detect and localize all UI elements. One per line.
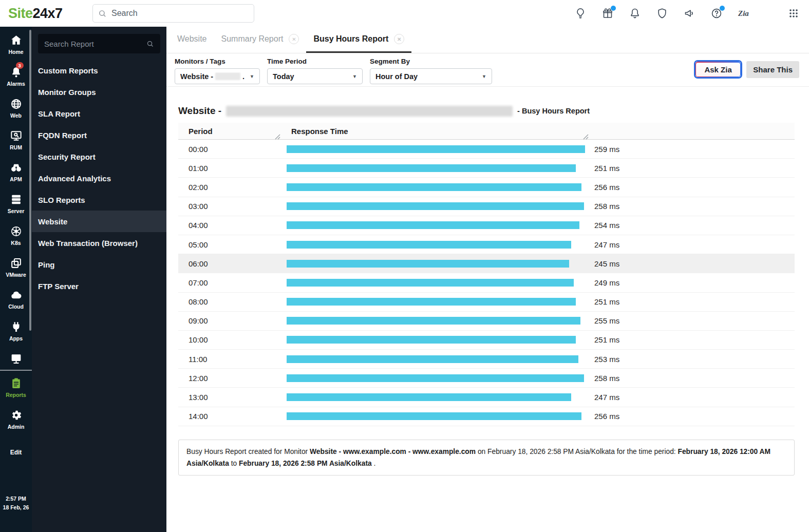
sidebar-item-website[interactable]: Website — [32, 211, 166, 232]
nav-rail-item-server[interactable]: Server — [0, 193, 32, 214]
sidebar-item-web-transaction-browser-[interactable]: Web Transaction (Browser) — [32, 232, 166, 254]
nav-rail-item-web[interactable]: Web — [0, 98, 32, 119]
response-time-bar-track — [287, 279, 594, 287]
response-time-bar-track — [287, 393, 594, 401]
report-search-input[interactable] — [44, 40, 146, 48]
zia-icon[interactable]: Zia — [738, 7, 750, 20]
tab-busy-hours-report[interactable]: Busy Hours Report✕ — [306, 27, 411, 53]
site24x7-logo[interactable]: Site24x7 — [8, 6, 63, 22]
response-time-value: 247 ms — [594, 393, 795, 402]
column-header-response-time[interactable]: Response Time — [287, 127, 594, 136]
alarm-count-badge: 3 — [16, 62, 24, 69]
clipboard-icon — [10, 377, 23, 390]
kubernetes-icon — [10, 225, 23, 238]
edit-button[interactable]: Edit — [10, 449, 22, 456]
table-row[interactable]: 08:00251 ms — [178, 293, 795, 312]
nav-rail: Home3AlarmsWebRUMAPMServerK8sVMwareCloud… — [0, 27, 32, 532]
nav-rail-item-home[interactable]: Home — [0, 34, 32, 55]
period-cell: 00:00 — [178, 145, 287, 154]
table-row[interactable]: 01:00251 ms — [178, 159, 795, 178]
response-time-bar-track — [287, 336, 594, 344]
response-time-bar-track — [287, 241, 594, 249]
monitors-filter-label: Monitors / Tags — [175, 58, 260, 65]
sidebar-item-security-report[interactable]: Security Report — [32, 146, 166, 167]
close-icon[interactable]: ✕ — [394, 34, 404, 44]
sidebar-item-advanced-analytics[interactable]: Advanced Analytics — [32, 167, 166, 189]
help-icon[interactable] — [710, 7, 723, 20]
response-time-value: 255 ms — [594, 316, 795, 325]
time-period-dropdown[interactable]: Today ▼ — [267, 68, 363, 84]
nav-rail-item-label: Cloud — [8, 303, 24, 310]
gift-icon[interactable] — [601, 7, 614, 20]
table-row[interactable]: 04:00254 ms — [178, 216, 795, 235]
global-search-input[interactable] — [111, 9, 240, 18]
tab-website[interactable]: Website — [170, 27, 214, 53]
report-search[interactable] — [38, 34, 160, 53]
column-resize-icon[interactable] — [583, 132, 589, 138]
table-row[interactable]: 05:00247 ms — [178, 235, 795, 254]
apps-grid-icon[interactable] — [787, 7, 800, 20]
ask-zia-button[interactable]: Ask Zia — [696, 63, 740, 77]
monitors-dropdown[interactable]: Website -. ▼ — [175, 68, 260, 84]
nav-rail-item-label: Server — [8, 208, 25, 214]
table-row[interactable]: 14:00256 ms — [178, 407, 795, 426]
global-search[interactable] — [92, 4, 254, 23]
segment-by-dropdown[interactable]: Hour of Day ▼ — [370, 68, 492, 84]
nav-rail-item-label: Home — [8, 49, 23, 55]
busy-hours-table: Period Response Time 00:00259 ms01:00251… — [178, 123, 795, 426]
nav-rail-item-reports[interactable]: Reports — [0, 377, 32, 398]
nav-rail-item-apm[interactable]: APM — [0, 161, 32, 182]
sidebar-scrollbar[interactable] — [29, 30, 31, 331]
period-cell: 09:00 — [178, 316, 287, 325]
table-row[interactable]: 12:00258 ms — [178, 369, 795, 388]
nav-rail-item-vmware[interactable]: VMware — [0, 257, 32, 278]
tab-label: Website — [177, 34, 207, 44]
nav-rail-item-admin[interactable]: Admin — [0, 409, 32, 430]
table-row[interactable]: 00:00259 ms — [178, 140, 795, 159]
response-time-bar-track — [287, 202, 594, 210]
sidebar-item-custom-reports[interactable]: Custom Reports — [32, 60, 166, 81]
column-resize-icon[interactable] — [275, 132, 280, 138]
ask-zia-highlight-box: Ask Zia — [694, 60, 742, 79]
sidebar-item-monitor-groups[interactable]: Monitor Groups — [32, 81, 166, 103]
response-time-value: 249 ms — [594, 278, 795, 287]
response-time-bar — [287, 183, 581, 191]
nav-rail-item-rum[interactable]: RUM — [0, 129, 32, 150]
nav-rail-item-hidden[interactable] — [0, 352, 32, 366]
sidebar-item-ftp-server[interactable]: FTP Server — [32, 275, 166, 297]
redacted-text — [226, 106, 513, 117]
table-row[interactable]: 03:00258 ms — [178, 197, 795, 216]
table-row[interactable]: 13:00247 ms — [178, 388, 795, 407]
sidebar-item-slo-reports[interactable]: SLO Reports — [32, 189, 166, 211]
period-cell: 07:00 — [178, 278, 287, 287]
nav-rail-item-k8s[interactable]: K8s — [0, 225, 32, 246]
nav-rail-divider — [0, 370, 32, 371]
response-time-bar-track — [287, 260, 594, 268]
nav-rail-item-label: APM — [10, 176, 22, 182]
table-row[interactable]: 09:00255 ms — [178, 312, 795, 331]
column-header-period[interactable]: Period — [178, 127, 287, 136]
chevron-down-icon: ▼ — [352, 74, 357, 79]
nav-rail-item-apps[interactable]: Apps — [0, 320, 32, 341]
table-row[interactable]: 07:00249 ms — [178, 273, 795, 292]
shield-icon[interactable] — [656, 7, 668, 20]
response-time-value: 253 ms — [594, 355, 795, 364]
sidebar-item-sla-report[interactable]: SLA Report — [32, 103, 166, 124]
sidebar-item-fqdn-report[interactable]: FQDN Report — [32, 124, 166, 146]
table-row[interactable]: 10:00251 ms — [178, 331, 795, 350]
tab-summary-report[interactable]: Summary Report✕ — [214, 27, 307, 53]
table-row[interactable]: 02:00256 ms — [178, 178, 795, 197]
share-this-button[interactable]: Share This — [746, 61, 799, 78]
table-row[interactable]: 11:00253 ms — [178, 350, 795, 369]
table-row[interactable]: 06:00245 ms — [178, 254, 795, 273]
close-icon[interactable]: ✕ — [289, 34, 299, 44]
bell-icon[interactable] — [629, 7, 641, 20]
megaphone-icon[interactable] — [683, 7, 695, 20]
report-title: Website - - Busy Hours Report — [178, 105, 809, 117]
response-time-bar — [287, 221, 579, 229]
action-buttons: Ask Zia Share This — [694, 60, 799, 79]
nav-rail-item-alarms[interactable]: 3Alarms — [0, 66, 32, 87]
lightbulb-icon[interactable] — [574, 7, 587, 20]
sidebar-item-ping[interactable]: Ping — [32, 254, 166, 275]
nav-rail-item-cloud[interactable]: Cloud — [0, 289, 32, 310]
